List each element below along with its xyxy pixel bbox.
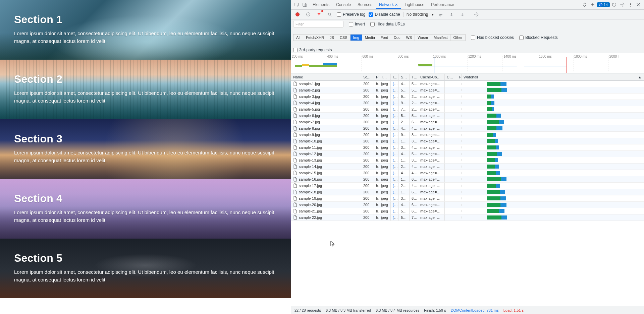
table-row[interactable]: sample-16.jpg 200 h.. jpeg (i... 13... 6… [291, 176, 644, 183]
issues-badge[interactable]: 14 [597, 2, 610, 7]
type-filter-js[interactable]: JS [327, 35, 337, 41]
filter-icon[interactable] [315, 11, 323, 18]
network-table-body[interactable]: sample-1.jpg 200 h.. jpeg (i... 40... 54… [291, 81, 644, 306]
type-filter-fetch-xhr[interactable]: Fetch/XHR [303, 35, 327, 41]
issues-icon[interactable] [610, 1, 618, 8]
request-initiator[interactable]: (i... [393, 107, 398, 111]
tab-elements[interactable]: Elements [309, 1, 333, 9]
table-row[interactable]: sample-21.jpg 200 h.. jpeg (i... 51... 6… [291, 208, 644, 214]
request-initiator[interactable]: (i... [393, 101, 398, 105]
search-icon[interactable] [326, 11, 333, 18]
network-settings-icon[interactable] [473, 11, 480, 18]
col-waterfall[interactable]: Waterfall▲ [462, 74, 644, 80]
col-cache[interactable]: Cache-Control [418, 74, 445, 80]
tab-lighthouse[interactable]: Lighthouse [401, 1, 428, 9]
inspect-element-icon[interactable] [293, 1, 301, 8]
network-conditions-icon[interactable] [437, 11, 444, 18]
type-filter-other[interactable]: Other [450, 35, 465, 41]
col-type[interactable]: Type [379, 74, 391, 80]
export-har-icon[interactable] [459, 11, 466, 18]
request-initiator[interactable]: (i... [393, 145, 398, 149]
table-row[interactable]: sample-11.jpg 200 h.. jpeg (i... 35... 4… [291, 144, 644, 151]
table-row[interactable]: sample-17.jpg 200 h.. jpeg (i... 26... 4… [291, 183, 644, 189]
table-row[interactable]: sample-2.jpg 200 h.. jpeg (i... 54... 54… [291, 87, 644, 93]
table-row[interactable]: sample-1.jpg 200 h.. jpeg (i... 40... 54… [291, 81, 644, 87]
invert-checkbox[interactable]: Invert [349, 22, 365, 26]
clear-icon[interactable] [305, 11, 312, 18]
request-initiator[interactable]: (i... [393, 88, 398, 92]
request-initiator[interactable]: (i... [393, 165, 398, 169]
table-row[interactable]: sample-15.jpg 200 h.. jpeg (i... 47... 4… [291, 170, 644, 176]
table-row[interactable]: sample-13.jpg 200 h.. jpeg (i... 12... 3… [291, 157, 644, 164]
table-row[interactable]: sample-10.jpg 200 h.. jpeg (i... 14... 3… [291, 138, 644, 144]
request-initiator[interactable]: (i... [393, 114, 398, 118]
table-row[interactable]: sample-20.jpg 200 h.. jpeg (i... 45... 6… [291, 202, 644, 208]
settings-icon[interactable] [619, 1, 626, 8]
table-row[interactable]: sample-19.jpg 200 h.. jpeg (i... 38... 6… [291, 195, 644, 202]
record-button[interactable] [294, 11, 301, 18]
request-initiator[interactable]: (i... [393, 190, 398, 194]
request-initiator[interactable]: (i... [393, 171, 398, 175]
col-status[interactable]: Status [361, 74, 374, 80]
has-blocked-cookies-checkbox[interactable]: Has blocked cookies [471, 35, 514, 40]
request-initiator[interactable]: (i... [393, 152, 398, 156]
kebab-menu-icon[interactable] [627, 1, 634, 8]
table-row[interactable]: sample-7.jpg 200 h.. jpeg (i... 20... 62… [291, 119, 644, 125]
tab-sources[interactable]: Sources [354, 1, 376, 9]
table-row[interactable]: sample-22.jpg 200 h.. jpeg (i... 58... 7… [291, 214, 644, 221]
table-row[interactable]: sample-6.jpg 200 h.. jpeg (i... 59... 56… [291, 113, 644, 119]
table-row[interactable]: sample-4.jpg 200 h.. jpeg (i... 97... 25… [291, 100, 644, 106]
tab-console[interactable]: Console [333, 1, 354, 9]
new-tab-icon[interactable] [589, 1, 596, 8]
request-initiator[interactable]: (i... [393, 215, 398, 219]
close-devtools-icon[interactable] [635, 1, 642, 8]
type-filter-doc[interactable]: Doc [391, 35, 404, 41]
preserve-log-checkbox[interactable]: Preserve log [337, 12, 365, 17]
tab-network[interactable]: Network ✕ [376, 1, 401, 9]
tab-performance[interactable]: Performance [428, 1, 458, 9]
request-initiator[interactable]: (i... [393, 196, 398, 200]
request-initiator[interactable]: (i... [393, 82, 398, 86]
close-tab-icon[interactable]: ✕ [395, 3, 398, 7]
request-initiator[interactable]: (i... [393, 120, 398, 124]
throttling-select[interactable]: No throttling ▾ [404, 12, 434, 17]
type-filter-ws[interactable]: WS [403, 35, 415, 41]
request-initiator[interactable]: (i... [393, 133, 398, 137]
table-row[interactable]: sample-18.jpg 200 h.. jpeg (i... 19... 6… [291, 189, 644, 195]
request-initiator[interactable]: (i... [393, 177, 398, 181]
request-initiator[interactable]: (i... [393, 158, 398, 162]
rendered-page[interactable]: Section 1Lorem ipsum dolor sit amet, con… [0, 0, 291, 314]
type-filter-img[interactable]: Img [351, 35, 362, 41]
filter-input[interactable]: Filter [293, 21, 343, 27]
type-filter-all[interactable]: All [293, 35, 303, 41]
table-row[interactable]: sample-12.jpg 200 h.. jpeg (i... 47... 5… [291, 151, 644, 157]
request-initiator[interactable]: (i... [393, 184, 398, 188]
col-content[interactable]: Cont... [445, 74, 457, 80]
col-size[interactable]: Size [399, 74, 410, 80]
type-filter-css[interactable]: CSS [337, 35, 351, 41]
request-initiator[interactable]: (i... [393, 209, 398, 213]
table-row[interactable]: sample-3.jpg 200 h.. jpeg (i... 90... 26… [291, 93, 644, 100]
col-protocol[interactable]: P [374, 74, 379, 80]
disable-cache-checkbox[interactable]: Disable cache [369, 12, 400, 17]
type-filter-font[interactable]: Font [378, 35, 391, 41]
request-initiator[interactable]: (i... [393, 126, 398, 130]
col-name[interactable]: Name [291, 74, 361, 80]
request-initiator[interactable]: (i... [393, 139, 398, 143]
request-initiator[interactable]: (i... [393, 95, 398, 99]
type-filter-media[interactable]: Media [362, 35, 378, 41]
col-time[interactable]: Ti... [410, 74, 418, 80]
more-tabs-icon[interactable] [581, 1, 588, 8]
table-row[interactable]: sample-8.jpg 200 h.. jpeg (i... 41... 44… [291, 125, 644, 132]
table-row[interactable]: sample-9.jpg 200 h.. jpeg (i... 92... 30… [291, 132, 644, 138]
hide-data-urls-checkbox[interactable]: Hide data URLs [370, 22, 405, 26]
type-filter-wasm[interactable]: Wasm [415, 35, 431, 41]
blocked-requests-checkbox[interactable]: Blocked Requests [519, 35, 558, 40]
timeline-overview[interactable]: 200 ms400 ms600 ms800 ms1000 ms1200 ms14… [291, 53, 644, 73]
col-initiator[interactable]: Ini... [391, 74, 399, 80]
third-party-checkbox[interactable]: 3rd-party requests [293, 48, 332, 52]
type-filter-manifest[interactable]: Manifest [431, 35, 451, 41]
col-f[interactable]: F. [457, 74, 462, 80]
table-row[interactable]: sample-14.jpg 200 h.. jpeg (i... 25... 4… [291, 164, 644, 170]
toggle-device-icon[interactable] [301, 1, 309, 8]
